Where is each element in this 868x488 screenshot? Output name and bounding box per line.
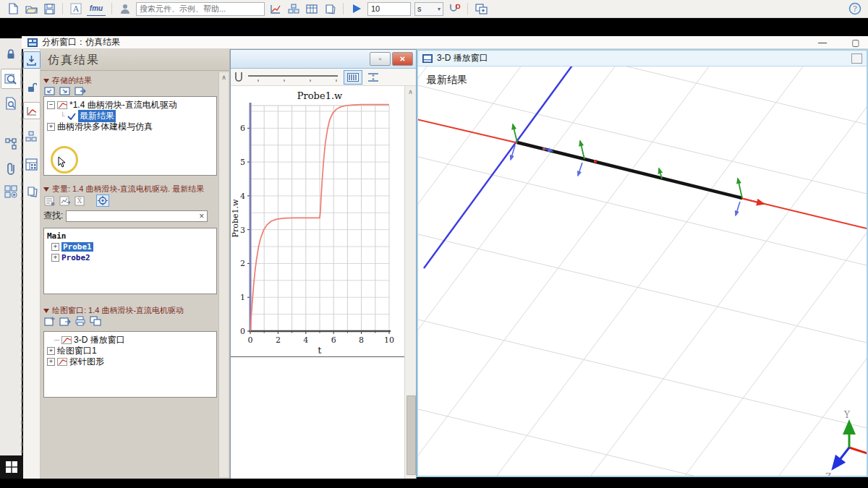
pin-panel-icon[interactable] [23, 51, 41, 69]
export-result-icon[interactable] [75, 85, 86, 95]
plot-scrollbar[interactable]: ∧ [404, 86, 416, 479]
fmu-button[interactable]: fmu [87, 1, 106, 16]
3d-window-titlebar[interactable]: 3-D 播放窗口 [418, 51, 867, 67]
panel-title: 仿真结果 [41, 49, 229, 71]
3d-window-icon [422, 54, 433, 63]
new-window-button[interactable] [474, 2, 488, 16]
fit-vertical-icon[interactable] [367, 72, 380, 83]
duration-input[interactable] [367, 2, 411, 16]
toolbar-separator [467, 3, 468, 14]
3d-scene[interactable]: Y Z [418, 67, 867, 476]
x-axis-arrow [741, 198, 764, 204]
help-button[interactable]: ? [848, 2, 862, 16]
tree-row[interactable]: + Probe1 [44, 241, 216, 252]
user-icon[interactable] [118, 2, 132, 16]
lock-icon[interactable] [1, 44, 21, 64]
windows-start-button[interactable] [0, 455, 23, 479]
time-slider-handle[interactable] [234, 71, 244, 84]
toolbar-separator [111, 3, 112, 14]
panel-scrollbar[interactable]: ∧ [218, 72, 229, 477]
variables-tree: Main + Probe1 + Probe2 [43, 228, 217, 294]
equations-icon[interactable] [44, 196, 56, 206]
tree-row[interactable]: + 曲柄滑块多体建模与仿真 [44, 121, 216, 132]
gizmo-z-label: Z [825, 472, 831, 476]
svg-text:X̄: X̄ [77, 197, 82, 205]
time-unit-value: s [417, 4, 422, 13]
code-generation-icon[interactable] [23, 155, 41, 173]
save-button[interactable] [42, 2, 56, 16]
search-input[interactable] [136, 2, 265, 16]
new-plot-window-icon[interactable] [44, 316, 56, 326]
analysis-window-titlebar[interactable]: 分析窗口：仿真结果 [22, 36, 868, 49]
expand-icon[interactable]: + [51, 243, 59, 251]
find-input[interactable]: × [66, 210, 208, 222]
report-button[interactable] [323, 2, 337, 16]
new-file-button[interactable] [6, 2, 20, 16]
toolbar-separator [343, 3, 344, 14]
z-axis-line [424, 67, 574, 268]
library-search-icon[interactable] [1, 69, 21, 89]
unlock-icon[interactable] [23, 79, 41, 96]
crosshair-icon [98, 196, 108, 205]
run-simulation-button[interactable] [349, 2, 364, 16]
close-button[interactable]: ✕ [392, 52, 413, 66]
plot-window-titlebar[interactable]: ▫ ✕ [231, 50, 416, 69]
scroll-up-icon[interactable]: ∧ [405, 88, 416, 95]
expand-icon[interactable]: + [51, 254, 59, 262]
restore-button[interactable] [851, 53, 862, 64]
probe-plot-icon [57, 358, 67, 366]
tree-row[interactable]: − *1.4 曲柄滑块-直流电机驱动 [44, 100, 216, 111]
documents-icon[interactable] [23, 183, 41, 200]
plot-tool-button[interactable] [268, 2, 283, 16]
variables-header[interactable]: 变量: 1.4 曲柄滑块-直流电机驱动. 最新结果 [43, 184, 204, 194]
expand-icon[interactable]: + [47, 123, 55, 131]
scrollbar-thumb[interactable] [407, 395, 416, 475]
probe-target-button[interactable] [96, 194, 109, 207]
plot-variable-icon[interactable] [59, 196, 71, 206]
svg-text:2: 2 [240, 259, 245, 268]
tree-row[interactable]: └ 最新结果 [44, 111, 216, 121]
dock-splitter[interactable] [21, 52, 22, 455]
minimize-button[interactable]: — [812, 36, 833, 48]
probe-tool-button[interactable] [447, 2, 461, 16]
result-set-label: 曲柄滑块多体建模与仿真 [57, 121, 153, 133]
maximize-button[interactable]: ▢ [845, 36, 867, 48]
collapse-icon[interactable]: − [47, 101, 55, 109]
print-icon[interactable] [75, 316, 86, 326]
expand-icon[interactable]: + [47, 358, 55, 366]
tree-row[interactable]: ─ 3-D 播放窗口 [44, 335, 216, 346]
svg-text:6: 6 [240, 124, 245, 133]
joint-dot [594, 160, 597, 163]
svg-text:2: 2 [276, 335, 281, 345]
save-result-icon[interactable] [59, 85, 71, 95]
tile-windows-icon[interactable] [90, 316, 101, 326]
tree-row[interactable]: Main [44, 231, 216, 241]
clear-search-icon[interactable]: × [199, 211, 204, 221]
apps-grid-icon[interactable] [1, 181, 21, 202]
plot-windows-header[interactable]: 绘图窗口: 1.4 曲柄滑块-直流电机驱动 [43, 305, 184, 316]
open-result-icon[interactable] [44, 85, 56, 95]
time-slider-track[interactable] [248, 72, 339, 82]
tree-row[interactable]: + 绘图窗口1 [44, 346, 216, 356]
exclude-variable-icon[interactable]: X̄ [75, 196, 86, 206]
open-file-button[interactable] [24, 2, 38, 16]
export-plot-icon[interactable] [59, 316, 71, 326]
annotation-text-button[interactable]: A [69, 2, 83, 16]
attachment-icon[interactable] [1, 158, 21, 179]
model-tree-icon[interactable] [1, 134, 21, 154]
document-search-icon[interactable] [1, 93, 21, 114]
multibody-settings-icon[interactable] [23, 128, 41, 145]
restore-button[interactable]: ▫ [370, 52, 391, 66]
stored-results-header[interactable]: 存储的结果 [43, 75, 92, 86]
svg-text:Probe1.w: Probe1.w [231, 199, 240, 237]
expand-icon[interactable]: + [47, 347, 55, 355]
tree-row[interactable]: + Probe2 [44, 252, 216, 263]
datatable-button[interactable] [305, 2, 319, 16]
simulation-results-tab-icon[interactable] [23, 102, 41, 119]
tree-row[interactable]: + 探针图形 [44, 356, 216, 367]
multibody-button[interactable] [286, 2, 301, 16]
scroll-up-icon[interactable]: ∧ [219, 74, 229, 81]
time-unit-select[interactable]: s ▾ [414, 2, 443, 16]
playback-frames-button[interactable] [344, 70, 362, 85]
toolbar-separator [62, 3, 63, 14]
